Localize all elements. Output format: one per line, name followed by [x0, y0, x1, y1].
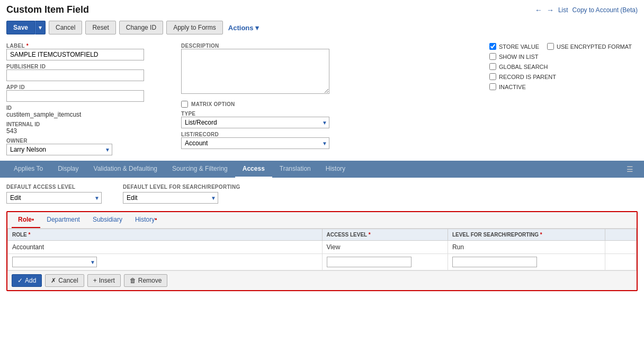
app-id-label: APP ID: [6, 84, 176, 90]
app-id-input[interactable]: [6, 90, 144, 102]
save-button-group: Save ▾: [6, 21, 46, 34]
form-area: LABEL * PUBLISHER ID APP ID ID custitem_…: [0, 38, 644, 161]
global-search-checkbox[interactable]: [489, 63, 496, 70]
use-encrypted-checkbox[interactable]: [547, 43, 554, 50]
tab-translation[interactable]: Translation: [272, 161, 318, 178]
sub-tab-history[interactable]: History•: [129, 212, 164, 228]
access-level-row: DEFAULT ACCESS LEVEL Edit ▼ DEFAULT LEVE…: [6, 184, 638, 204]
x-icon: ✗: [51, 277, 56, 284]
store-value-label: STORE VALUE: [499, 43, 539, 50]
search-level-select[interactable]: Edit: [123, 192, 218, 204]
use-encrypted-label: USE ENCRYPTED FORMAT: [557, 43, 632, 50]
main-content: DEFAULT ACCESS LEVEL Edit ▼ DEFAULT LEVE…: [0, 178, 644, 298]
form-mid-col: DESCRIPTION MATRIX OPTION TYPE List/Reco…: [181, 43, 484, 155]
row-access-cell: View: [322, 241, 448, 254]
tab-history[interactable]: History: [318, 161, 353, 178]
sub-tab-department[interactable]: Department: [40, 212, 86, 228]
show-in-list-checkbox[interactable]: [489, 53, 496, 60]
tab-validation[interactable]: Validation & Defaulting: [86, 161, 165, 178]
global-search-label: GLOBAL SEARCH: [499, 64, 548, 70]
role-input-select[interactable]: Accountant Administrator: [12, 257, 97, 267]
id-static-label: ID: [6, 105, 176, 111]
trash-icon: 🗑: [130, 277, 136, 284]
store-value-checkbox[interactable]: [489, 43, 496, 50]
save-dropdown-button[interactable]: ▾: [35, 21, 46, 34]
cancel-row-button[interactable]: ✗ Cancel: [45, 274, 84, 287]
sub-tab-role[interactable]: Role•: [12, 212, 40, 228]
record-is-parent-checkbox[interactable]: [489, 73, 496, 80]
inactive-checkbox[interactable]: [489, 83, 496, 90]
publisher-id-label: PUBLISHER ID: [6, 64, 176, 69]
row-role-cell: Accountant: [8, 241, 323, 254]
access-level-input[interactable]: [327, 257, 412, 267]
search-reporting-col-header: LEVEL FOR SEARCH/REPORTING *: [448, 229, 605, 241]
row-input-action-cell: [605, 254, 636, 270]
sub-tabs-bar: Role• Department Subsidiary History•: [7, 212, 637, 229]
change-id-button[interactable]: Change ID: [119, 21, 163, 34]
label-input[interactable]: [6, 49, 144, 60]
tabs-bar: Applies To Display Validation & Defaulti…: [0, 161, 644, 178]
show-in-list-label: SHOW IN LIST: [499, 54, 539, 60]
form-right-col: STORE VALUE USE ENCRYPTED FORMAT SHOW IN…: [489, 43, 638, 155]
sub-tab-subsidiary[interactable]: Subsidiary: [86, 212, 129, 228]
remove-button[interactable]: 🗑 Remove: [124, 274, 168, 287]
role-input-cell: Accountant Administrator ▼: [8, 254, 323, 270]
description-label: DESCRIPTION: [181, 43, 484, 49]
save-button[interactable]: Save: [6, 21, 35, 34]
matrix-option-checkbox[interactable]: [181, 101, 188, 108]
toolbar: Save ▾ Cancel Reset Change ID Apply to F…: [0, 18, 644, 38]
tab-access[interactable]: Access: [235, 161, 272, 178]
owner-select[interactable]: Larry Nelson: [6, 144, 112, 155]
table-input-row: Accountant Administrator ▼: [8, 254, 637, 270]
type-label: TYPE: [181, 111, 484, 117]
internal-id-static-label: INTERNAL ID: [6, 121, 176, 127]
form-left-col: LABEL * PUBLISHER ID APP ID ID custitem_…: [6, 43, 176, 155]
list-record-label: LIST/RECORD: [181, 132, 484, 137]
checkmark-icon: ✓: [17, 277, 23, 284]
default-level-select[interactable]: Edit: [6, 192, 102, 204]
inactive-label: INACTIVE: [499, 84, 526, 90]
copy-to-account-link[interactable]: Copy to Account (Beta): [573, 6, 638, 14]
search-level-label: DEFAULT LEVEL FOR SEARCH/REPORTING: [123, 184, 240, 190]
default-level-label: DEFAULT ACCESS LEVEL: [6, 184, 102, 190]
row-search-cell: Run: [448, 241, 605, 254]
list-record-select[interactable]: Account: [181, 137, 329, 149]
apply-to-forms-button[interactable]: Apply to Forms: [166, 21, 223, 34]
nav-next-button[interactable]: →: [547, 6, 554, 14]
plus-icon: +: [93, 277, 97, 284]
search-input-cell: [448, 254, 605, 270]
row-action-cell: [605, 241, 636, 254]
type-select[interactable]: List/Record: [181, 117, 329, 128]
actions-button[interactable]: Actions ▾: [226, 21, 261, 34]
tab-sourcing[interactable]: Sourcing & Filtering: [165, 161, 235, 178]
matrix-option-label: MATRIX OPTION: [191, 101, 235, 107]
add-button[interactable]: ✓ Add: [12, 274, 42, 287]
role-col-header: ROLE *: [8, 229, 323, 241]
page-title: Custom Item Field: [6, 4, 89, 15]
search-reporting-input[interactable]: [452, 257, 537, 267]
cancel-button[interactable]: Cancel: [49, 21, 82, 34]
table-row: Accountant View Run: [8, 241, 637, 254]
role-table: ROLE * ACCESS LEVEL * LEVEL FOR SEARCH/R…: [7, 229, 637, 270]
owner-label: OWNER: [6, 138, 176, 144]
reset-button[interactable]: Reset: [85, 21, 115, 34]
internal-id-value: 543: [6, 127, 176, 135]
description-input[interactable]: [181, 49, 329, 94]
list-link[interactable]: List: [558, 6, 568, 14]
actions-col-header: [605, 229, 636, 241]
tabs-list: Applies To Display Validation & Defaulti…: [6, 161, 353, 178]
access-level-col-header: ACCESS LEVEL *: [322, 229, 448, 241]
nav-prev-button[interactable]: ←: [535, 6, 542, 14]
access-input-cell: [322, 254, 448, 270]
record-is-parent-label: RECORD IS PARENT: [499, 74, 556, 80]
sub-tabs-container: Role• Department Subsidiary History• ROL…: [6, 211, 638, 291]
tab-collapse-icon[interactable]: ☰: [622, 161, 638, 178]
tab-display[interactable]: Display: [50, 161, 86, 178]
sub-table-actions: ✓ Add ✗ Cancel + Insert 🗑 Remove: [7, 270, 637, 290]
id-value: custitem_sample_itemcust: [6, 111, 176, 118]
insert-button[interactable]: + Insert: [87, 274, 121, 287]
tab-applies-to[interactable]: Applies To: [6, 161, 50, 178]
label-field-label: LABEL *: [6, 43, 176, 49]
publisher-id-input[interactable]: [6, 69, 144, 81]
